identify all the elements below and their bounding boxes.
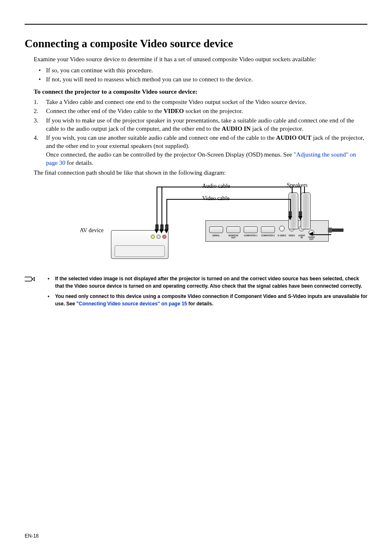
port-label-audio-out: AUDIO OUT [306, 236, 317, 240]
port-label-computer1: COMPUTER-1 [244, 235, 258, 237]
port-label-video: VIDEO [286, 235, 297, 237]
speaker-graphic [301, 192, 311, 229]
step-bold-term: AUDIO OUT [276, 134, 311, 141]
page-number: EN-18 [25, 533, 39, 539]
audio-out-cable-graphic [331, 229, 344, 232]
note-item: If the selected video image is not displ… [48, 275, 367, 290]
step-text: socket on the projector. [184, 108, 243, 114]
note-item: You need only connect to this device usi… [48, 293, 367, 307]
top-horizontal-rule [25, 24, 367, 25]
port-label-serial: SERIAL [209, 235, 223, 237]
step-item: If you wish, you can use another suitabl… [34, 134, 367, 167]
intro-bullet-item: If not, you will need to reassess which … [34, 75, 367, 83]
step-text: jack of the projector. [251, 125, 303, 132]
step-item: Take a Video cable and connect one end t… [34, 98, 367, 106]
av-device-graphic [111, 230, 168, 259]
step-bold-term: VIDEO [164, 108, 184, 114]
step-text: Connect the other end of the Video cable… [46, 108, 164, 114]
port-label-audio-in: AUDIO IN [296, 235, 307, 239]
diagram-label-av-device: AV device [80, 227, 104, 235]
step-text: If you wish to make use of the projector… [46, 117, 354, 132]
procedure-steps: Take a Video cable and connect one end t… [34, 98, 367, 167]
intro-bullet-item: If so, you can continue with this proced… [34, 66, 367, 74]
port-label-monitor-out: MONITOR OUT [226, 235, 240, 239]
step-text: If you wish, you can use another suitabl… [46, 134, 276, 141]
connection-diagram: Audio cable Video cable Speakers AV devi… [75, 182, 317, 268]
step-bold-term: AUDIO IN [222, 125, 251, 132]
port-label-computer2: COMPUTER-2 [261, 235, 275, 237]
note-block: If the selected video image is not displ… [25, 275, 367, 307]
step-item: If you wish to make use of the projector… [34, 116, 367, 133]
step-text: Once connected, the audio can be control… [46, 151, 294, 158]
cross-reference-link[interactable]: "Connecting Video source devices" on pag… [76, 301, 187, 307]
note-text: for details. [187, 301, 213, 307]
final-line: The final connection path should be like… [34, 169, 367, 177]
intro-bullet-list: If so, you can continue with this proced… [34, 66, 367, 84]
step-text: for details. [65, 159, 93, 166]
procedure-subheading: To connect the projector to a composite … [34, 88, 367, 96]
note-pointer-icon [25, 275, 35, 283]
step-item: Connect the other end of the Video cable… [34, 107, 367, 115]
port-label-svideo: S-VIDEO [277, 235, 287, 237]
intro-paragraph: Examine your Video source device to dete… [34, 55, 367, 63]
section-heading: Connecting a composite Video source devi… [25, 36, 367, 51]
